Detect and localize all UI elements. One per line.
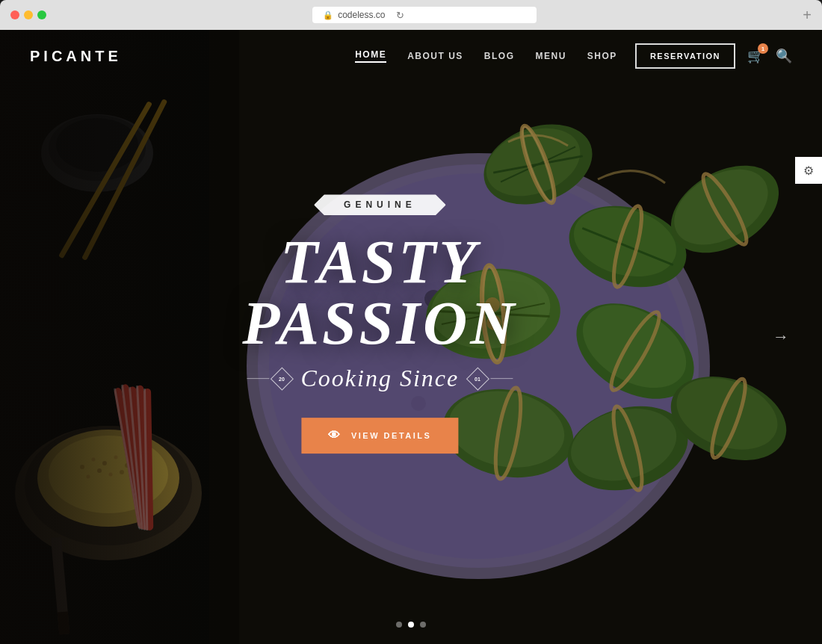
banner-ribbon: GENUINE <box>314 194 446 215</box>
nav-link-menu[interactable]: MENU <box>536 51 566 61</box>
cart-badge: 1 <box>758 43 768 54</box>
reload-icon[interactable]: ↻ <box>396 10 404 21</box>
headline-text: TASTY PASSION <box>185 232 574 354</box>
slider-dot-2[interactable] <box>408 622 414 628</box>
gear-icon: ⚙ <box>803 164 814 178</box>
view-details-button[interactable]: 👁 VIEW DETAILS <box>301 418 458 453</box>
search-icon[interactable]: 🔍 <box>776 48 792 64</box>
browser-chrome: 🔒 codeless.co ↻ + <box>0 0 822 30</box>
cooking-since-row: 20 Cooking Since 01 <box>185 365 574 392</box>
settings-button[interactable]: ⚙ <box>795 157 822 184</box>
nav-link-about[interactable]: ABOUT US <box>407 51 463 61</box>
lock-icon: 🔒 <box>323 10 333 20</box>
main-navigation: PICANTE HOME ABOUT US BLOG MENU SHOP RES… <box>0 30 822 82</box>
address-bar[interactable]: 🔒 codeless.co ↻ <box>312 7 537 23</box>
nav-links: HOME ABOUT US BLOG MENU SHOP <box>355 49 617 63</box>
hero-section: PICANTE HOME ABOUT US BLOG MENU SHOP RES… <box>0 30 822 644</box>
nav-link-shop[interactable]: SHOP <box>587 51 617 61</box>
traffic-lights <box>10 10 46 19</box>
reservation-button[interactable]: RESERVATION <box>635 43 735 69</box>
slider-dots <box>396 622 426 628</box>
year-right-diamond: 01 <box>469 371 513 387</box>
year-right-number: 01 <box>475 376 480 381</box>
arrow-right-icon: → <box>773 327 789 346</box>
right-line <box>490 378 513 379</box>
cart-icon-wrapper[interactable]: 🛒 1 <box>747 48 764 64</box>
slider-next-arrow[interactable]: → <box>773 327 789 347</box>
hero-content: GENUINE TASTY PASSION 20 Cooking Since 0… <box>185 194 574 453</box>
nav-actions: RESERVATION 🛒 1 🔍 <box>635 43 792 69</box>
url-text: codeless.co <box>338 10 385 20</box>
minimize-traffic-light[interactable] <box>24 10 33 19</box>
year-left-number: 20 <box>279 376 285 381</box>
slider-dot-1[interactable] <box>396 622 402 628</box>
diamond-left: 20 <box>271 367 294 390</box>
cooking-since-text: Cooking Since <box>301 365 460 392</box>
year-left-diamond: 20 <box>247 371 291 387</box>
maximize-traffic-light[interactable] <box>37 10 46 19</box>
genuine-text: GENUINE <box>344 199 416 210</box>
nav-link-home[interactable]: HOME <box>355 49 386 63</box>
cta-label: VIEW DETAILS <box>351 431 431 440</box>
new-tab-button[interactable]: + <box>803 7 812 24</box>
eye-icon: 👁 <box>328 429 342 442</box>
logo: PICANTE <box>30 48 122 65</box>
diamond-right: 01 <box>466 367 489 390</box>
left-line <box>247 378 270 379</box>
main-headline: TASTY PASSION <box>185 232 574 354</box>
slider-dot-3[interactable] <box>420 622 426 628</box>
close-traffic-light[interactable] <box>10 10 19 19</box>
nav-link-blog[interactable]: BLOG <box>484 51 515 61</box>
genuine-banner: GENUINE <box>314 194 446 215</box>
